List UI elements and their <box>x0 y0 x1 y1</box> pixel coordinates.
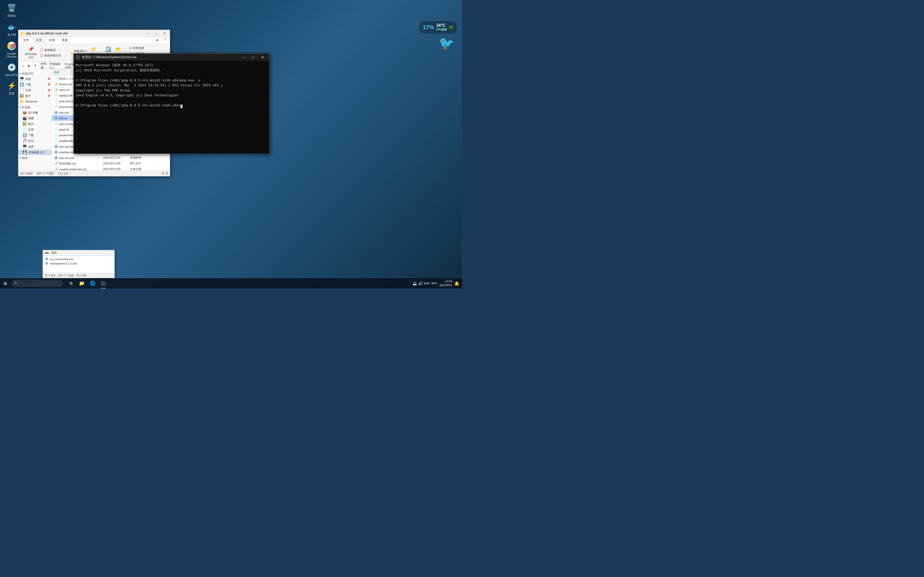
paste-shortcut-icon: 📋 <box>40 54 44 57</box>
select-all-icon: ☑ <box>129 47 132 50</box>
cmd-line: PHP 8.0.3 (cli) (built: Mar 2 2021 23:33… <box>76 83 267 88</box>
sidebar-desktop-label: 桌面 <box>25 77 31 81</box>
feb-item-2[interactable]: ⚙️ wampserver3.2.3.exe <box>45 261 112 266</box>
ribbon-group-clipboard: 📌 固定到快速访问 📋 复制路径 📋 粘贴快捷方式 <box>20 45 66 61</box>
sidebar-documents2[interactable]: 📄 文档 <box>18 127 52 132</box>
file-date: 2021/3/3 0:03 <box>101 162 128 165</box>
tray-arrow-icon[interactable]: ⌃ <box>409 282 411 285</box>
sidebar-documents2-label: 文档 <box>28 128 34 132</box>
view-icon-details[interactable]: ⊟ <box>165 172 168 175</box>
sidebar-3d-objects[interactable]: 📦 3D 对象 <box>18 110 52 115</box>
ribbon-copy-path-btn[interactable]: 📋 复制路径 <box>39 48 63 53</box>
sidebar-downloads[interactable]: ⬇️ 下载 📌 <box>18 82 52 87</box>
network-header[interactable]: ▾ 网络 <box>18 155 52 161</box>
xunlei-label: 迅雷 <box>9 92 15 95</box>
ribbon-paste-shortcut-btn[interactable]: 📋 粘贴快捷方式 <box>39 53 63 58</box>
sidebar-ftpserver-label: FtpServer <box>25 100 38 103</box>
forward-button[interactable]: ▶ <box>26 63 32 69</box>
cmd-content[interactable]: Microsoft Windows [版本 10.0.17763.107](c)… <box>74 61 269 153</box>
pin-icon: 📌 <box>28 47 34 52</box>
window-title: php-8.0.3-nts-Win32-vs16-x64 <box>26 32 144 35</box>
tab-home[interactable]: 主页 <box>32 37 45 44</box>
taskbar-app-edge[interactable]: 🌐 <box>87 278 98 288</box>
tray-lang[interactable]: ENG <box>424 282 430 285</box>
minimize-button[interactable]: ─ <box>145 30 152 37</box>
sidebar-ftpserver[interactable]: 📁 FtpServer <box>18 99 52 104</box>
start-button[interactable]: ⊞ <box>0 278 10 288</box>
file-date: 2021/3/3 0:03 <box>101 168 128 171</box>
quick-access-header[interactable]: ▾ 快速访问 <box>18 71 52 76</box>
tab-view[interactable]: 查看 <box>58 37 71 44</box>
ribbon-info-button[interactable]: ? <box>162 36 169 43</box>
taskbar-apps: ⧉ 📁 🌐 ⬛ <box>66 278 108 288</box>
tab-file[interactable]: 文件 <box>19 37 32 44</box>
up-button[interactable]: ⬆ <box>32 63 38 69</box>
taskview-icon: ⧉ <box>69 281 73 286</box>
taskbar-app-explorer[interactable]: 📁 <box>77 278 87 288</box>
properties-icon: ☑️ <box>105 47 111 52</box>
cmd-close-button[interactable]: ✕ <box>258 53 267 61</box>
desktop: 🗑️ 回收站 🐟 鱼大师 GoogleChrome 💿 <box>0 0 462 288</box>
taskbar-app-cmd[interactable]: ⬛ <box>98 278 108 288</box>
table-row[interactable]: 📝readme-redist-bins.txt 2021/3/3 0:03 文本… <box>52 166 170 171</box>
taskbar-clock[interactable]: 17:53 2021/4/11 <box>439 279 452 287</box>
feb-item-1[interactable]: ⚙️ vs_community.exe <box>45 257 112 261</box>
pin-label: 固定到快速访问 <box>25 53 37 59</box>
taskbar-search[interactable]: 🔍 <box>11 280 63 287</box>
ribbon-pin-btn[interactable]: 📌 固定到快速访问 <box>24 45 38 60</box>
search-icon: 🔍 <box>14 282 18 285</box>
sidebar-pictures2-label: 图片 <box>28 122 34 126</box>
ribbon-select-all-btn[interactable]: ☑ 全部选择 <box>128 45 145 50</box>
select-all-label: 全部选择 <box>133 46 144 50</box>
chevron-right-icon: ▾ <box>19 106 21 109</box>
sidebar-downloads2[interactable]: ⬇️ 下载 <box>18 132 52 138</box>
sidebar-music-label: 音乐 <box>28 139 34 143</box>
sidebar-documents[interactable]: 📄 文档 📌 <box>18 87 52 93</box>
status-total: 36 个项目 <box>20 172 33 176</box>
ribbon-help-button[interactable]: ▲ <box>153 36 161 43</box>
sidebar-pictures[interactable]: 🖼️ 图片 📌 <box>18 93 52 99</box>
file-explorer-back: ◀ ▶ 网络 ⚙️ vs_community.exe ⚙️ wampserver… <box>42 250 115 278</box>
table-row[interactable]: 📝README.md 2021/3/3 0:03 MD 文件 <box>52 161 170 166</box>
view-icon-list[interactable]: ☰ <box>162 172 164 175</box>
bird-icon: 🐦 <box>439 36 454 50</box>
taskbar-app-taskview[interactable]: ⧉ <box>66 278 76 288</box>
this-pc-header[interactable]: ▾ 此电脑 <box>18 104 52 110</box>
cmd-minimize-button[interactable]: ─ <box>239 53 249 61</box>
speedfan-icon: 💿 <box>6 62 17 73</box>
file-type: MD 文件 <box>128 161 155 165</box>
tab-share[interactable]: 共享 <box>45 37 58 44</box>
cmd-icon: ⬛ <box>76 55 80 59</box>
sidebar-video-label: 视频 <box>28 116 34 120</box>
tray-network-icon[interactable]: 💻 <box>412 281 417 285</box>
sidebar-desktop2[interactable]: 🖥️ 桌面 <box>18 144 52 150</box>
table-row[interactable]: ⚙️php-win.exe 2021/3/3 0:02 应用程序 <box>52 155 170 161</box>
pin-icon-desktop: 📌 <box>47 77 50 81</box>
sidebar-desktop[interactable]: 🖥️ 桌面 📌 <box>18 76 52 82</box>
cmd-controls: ─ □ ✕ <box>239 53 267 61</box>
chrome-label: GoogleChrome <box>6 52 16 58</box>
sidebar-local-disk[interactable]: 💾 本地磁盘 (C:) <box>18 150 52 155</box>
sidebar-downloads2-label: 下载 <box>28 134 34 137</box>
back-button[interactable]: ◀ <box>19 63 25 69</box>
cmd-line: Copyright (c) The PHP Group <box>76 88 267 93</box>
sidebar-panel: ▾ 快速访问 🖥️ 桌面 📌 ⬇️ 下载 📌 📄 文档 📌 <box>18 69 52 171</box>
pictures2-icon-sidebar: 🖼️ <box>23 122 27 126</box>
notification-icon[interactable]: 🔔 <box>454 281 459 286</box>
tray-volume-icon[interactable]: 🔊 <box>418 281 423 285</box>
cmd-maximize-button[interactable]: □ <box>249 53 258 61</box>
recycle-bin-icon: 🗑️ <box>6 3 17 13</box>
file-type-icon: 📄 <box>54 133 58 137</box>
xunlei-icon: ⚡ <box>6 81 17 91</box>
localdisk-icon-sidebar: 💾 <box>23 150 27 154</box>
desktop-icon-recycle-bin[interactable]: 🗑️ 回收站 <box>3 3 21 18</box>
feb-nav-icons: ◀ ▶ <box>44 251 49 255</box>
feb-total: 18 个项目 <box>44 274 56 277</box>
sidebar-music[interactable]: 🎵 音乐 <box>18 138 52 144</box>
music-icon-sidebar: 🎵 <box>23 139 27 143</box>
sidebar-video[interactable]: 🎬 视频 <box>18 115 52 121</box>
download-icon-sidebar: ⬇️ <box>19 82 24 87</box>
pin-icon-downloads: 📌 <box>47 83 50 86</box>
cmd-taskbar-icon: ⬛ <box>101 281 106 286</box>
sidebar-pictures2[interactable]: 🖼️ 图片 <box>18 121 52 127</box>
